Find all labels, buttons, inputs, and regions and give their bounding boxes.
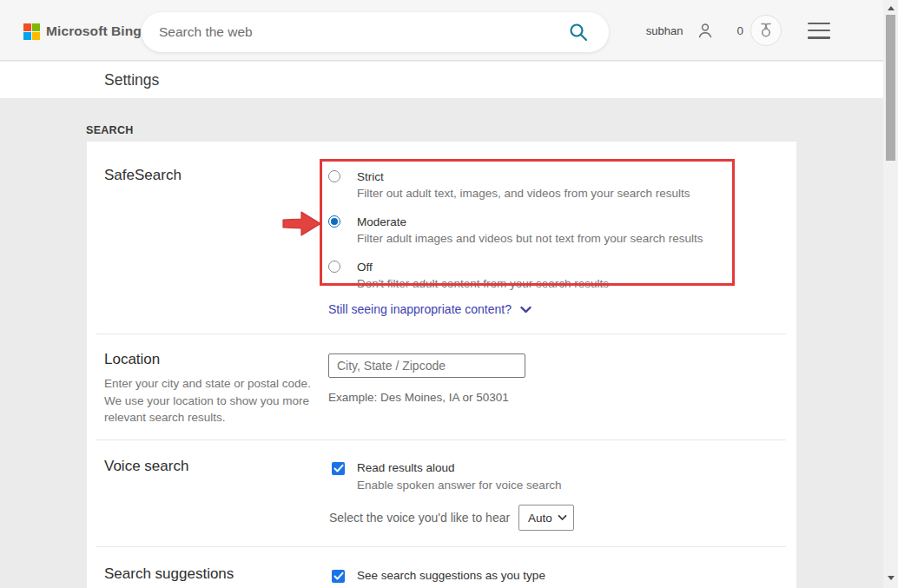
- location-description: Enter your city and state or postal code…: [104, 375, 314, 426]
- location-example: Example: Des Moines, IA or 50301: [328, 391, 509, 404]
- section-divider: [96, 334, 786, 334]
- link-label: Still seeing inappropriate content?: [328, 302, 512, 316]
- read-results-aloud-checkbox[interactable]: [332, 462, 345, 475]
- search-suggestions-checkbox[interactable]: [332, 570, 345, 583]
- radio-moderate[interactable]: [328, 215, 340, 228]
- header-right-cluster: subhan 0: [646, 0, 830, 61]
- location-input[interactable]: [328, 353, 525, 378]
- page-title: Settings: [104, 71, 159, 89]
- logo-text: Microsoft Bing: [46, 23, 142, 39]
- user-profile-icon[interactable]: [697, 22, 714, 39]
- username-label[interactable]: subhan: [646, 24, 683, 37]
- microsoft-logo-icon: [23, 23, 39, 39]
- option-label: Strict: [357, 168, 745, 185]
- scrollbar-down-arrow-icon[interactable]: [888, 576, 895, 580]
- radio-strict[interactable]: [328, 170, 340, 182]
- search-box[interactable]: Search the web: [142, 12, 609, 52]
- scrollbar-up-arrow-icon[interactable]: [888, 6, 895, 10]
- safesearch-option-moderate[interactable]: Moderate Filter adult images and videos …: [328, 214, 745, 248]
- search-icon[interactable]: [567, 21, 590, 43]
- search-suggestions-heading: Search suggestions: [104, 565, 234, 583]
- chevron-down-icon: [558, 514, 567, 521]
- safesearch-option-off[interactable]: Off Don't filter adult content from your…: [328, 259, 745, 293]
- option-label: Off: [357, 259, 745, 275]
- safesearch-heading: SafeSearch: [104, 167, 182, 184]
- voice-selected-value: Auto: [528, 512, 552, 525]
- option-description: Don't filter adult content from your sea…: [357, 275, 745, 293]
- section-divider: [96, 439, 786, 440]
- top-header: Microsoft Bing Search the web subhan 0: [0, 0, 898, 61]
- option-description: Filter adult images and videos but not t…: [357, 230, 745, 248]
- scrollbar-thumb[interactable]: [886, 15, 895, 161]
- checkmark-icon: [333, 571, 344, 581]
- radio-off[interactable]: [328, 261, 340, 273]
- voice-search-heading: Voice search: [104, 458, 188, 475]
- voice-select-label: Select the voice you'd like to hear: [329, 511, 510, 525]
- suggestions-checkbox-label[interactable]: See search suggestions as you type: [357, 569, 545, 582]
- hamburger-menu-icon[interactable]: [808, 23, 830, 39]
- inappropriate-content-link[interactable]: Still seeing inappropriate content?: [328, 302, 532, 316]
- vertical-scrollbar[interactable]: [883, 0, 898, 588]
- safesearch-option-strict[interactable]: Strict Filter out adult text, images, an…: [328, 168, 745, 202]
- microsoft-bing-logo[interactable]: Microsoft Bing: [23, 23, 142, 39]
- safesearch-options: Strict Filter out adult text, images, an…: [328, 168, 745, 304]
- search-section-header: SEARCH: [86, 124, 134, 136]
- rewards-count[interactable]: 0: [736, 24, 743, 37]
- voice-checkbox-label[interactable]: Read results aloud: [357, 461, 455, 474]
- settings-title-band: Settings: [0, 62, 883, 98]
- annotation-arrow-icon: [281, 208, 323, 243]
- location-heading: Location: [104, 351, 160, 368]
- settings-panel: SafeSearch Strict Filter out adult text,…: [87, 142, 796, 588]
- option-description: Filter out adult text, images, and video…: [357, 185, 745, 202]
- chevron-down-icon: [520, 306, 532, 314]
- checkmark-icon: [333, 464, 344, 473]
- search-input[interactable]: Search the web: [159, 24, 567, 40]
- option-label: Moderate: [357, 214, 745, 230]
- voice-select-dropdown[interactable]: Auto: [518, 505, 574, 531]
- rewards-medal-icon[interactable]: [750, 15, 782, 46]
- section-divider: [96, 546, 786, 547]
- voice-checkbox-description: Enable spoken answer for voice search: [357, 479, 562, 492]
